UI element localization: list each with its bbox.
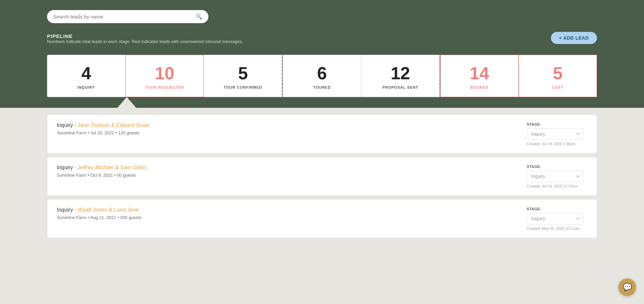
stage-number-booked: 14 [470, 64, 489, 82]
stage-number-toured: 6 [317, 64, 327, 82]
stage-label-lost: LOST [552, 85, 563, 89]
chat-button[interactable]: 💬 [618, 278, 636, 296]
lead-meta-lead-3: Sunshine Farm • Aug 21, 2021 • 200 guest… [57, 215, 513, 220]
stage-label-tour-requested: TOUR REQUESTED [145, 85, 184, 89]
stage-card-tour-requested[interactable]: 10TOUR REQUESTED [125, 55, 204, 97]
lead-title-lead-1[interactable]: Inquiry · Jane Tomson & Edward Snow [57, 122, 513, 128]
pipeline-title: PIPELINE [47, 33, 243, 39]
stage-created-lead-3: Created: May 05, 2020 10:11am [527, 226, 580, 230]
stage-created-lead-2: Created: Jul 14, 2020 12:27pm [527, 184, 577, 188]
stage-label-inquiry: INQUIRY [77, 85, 95, 89]
couple-name-lead-1[interactable]: Jane Tomson & Edward Snow [77, 122, 149, 128]
pipeline-cards: 4INQUIRY10TOUR REQUESTED5TOUR CONFIRMED6… [47, 55, 597, 97]
stage-card-toured[interactable]: 6TOURED [283, 55, 361, 97]
stage-select-lead-1[interactable]: InquiryTour RequestedTour ConfirmedToure… [527, 128, 584, 140]
lead-meta-lead-1: Sunshine Farm • Jul 10, 2021 • 120 guest… [57, 130, 513, 135]
stage-label-proposal-sent: PROPOSAL SENT [383, 85, 418, 89]
stage-card-proposal-sent[interactable]: 12PROPOSAL SENT [361, 55, 440, 97]
search-icon: 🔍 [196, 13, 202, 20]
lead-card-lead-3: Inquiry · Wyatt Jones & Luna JeneSunshin… [47, 199, 597, 238]
lead-card-lead-1: Inquiry · Jane Tomson & Edward SnowSunsh… [47, 115, 597, 154]
stage-label-toured: TOURED [313, 85, 331, 89]
arrow-container [47, 97, 597, 108]
stage-card-tour-confirmed[interactable]: 5TOUR CONFIRMED [204, 55, 282, 97]
stage-label-tour-confirmed: TOUR CONFIRMED [224, 85, 263, 89]
stage-label-text-lead-2: STAGE: [527, 165, 541, 169]
stage-label-text-lead-3: STAGE: [527, 207, 541, 211]
stage-card-booked[interactable]: 14BOOKED [440, 55, 519, 97]
search-bar[interactable]: 🔍 [47, 10, 208, 23]
stage-arrow-indicator [117, 97, 136, 108]
stage-select-lead-3[interactable]: InquiryTour RequestedTour ConfirmedToure… [527, 213, 584, 224]
lead-stage-section-lead-2: STAGE:InquiryTour RequestedTour Confirme… [527, 165, 587, 188]
couple-name-lead-2[interactable]: Jeffrey Michael & Sam Gibbs [77, 165, 147, 170]
stage-card-lost[interactable]: 5LOST [519, 55, 597, 97]
search-input[interactable] [53, 14, 193, 19]
lead-main-lead-3: Inquiry · Wyatt Jones & Luna JeneSunshin… [57, 207, 513, 220]
leads-section: Inquiry · Jane Tomson & Edward SnowSunsh… [0, 108, 644, 248]
pipeline-header: PIPELINE Numbers indicate total leads in… [47, 33, 597, 52]
stage-number-inquiry: 4 [81, 64, 91, 82]
stage-created-lead-1: Created: Jul 29, 2020 2:48pm [527, 142, 575, 146]
lead-main-lead-2: Inquiry · Jeffrey Michael & Sam GibbsSun… [57, 165, 513, 178]
lead-title-lead-3[interactable]: Inquiry · Wyatt Jones & Luna Jene [57, 207, 513, 213]
add-lead-button[interactable]: + ADD LEAD [551, 32, 597, 44]
lead-stage-section-lead-3: STAGE:InquiryTour RequestedTour Confirme… [527, 207, 587, 230]
lead-main-lead-1: Inquiry · Jane Tomson & Edward SnowSunsh… [57, 122, 513, 135]
lead-stage-section-lead-1: STAGE:InquiryTour RequestedTour Confirme… [527, 122, 587, 146]
stage-number-proposal-sent: 12 [391, 64, 410, 82]
stage-card-inquiry[interactable]: 4INQUIRY [47, 55, 125, 97]
stage-number-lost: 5 [553, 64, 563, 82]
lead-meta-lead-2: Sunshine Farm • Oct 9, 2021 • 50 guests [57, 173, 513, 178]
lead-title-lead-2[interactable]: Inquiry · Jeffrey Michael & Sam Gibbs [57, 165, 513, 171]
stage-number-tour-requested: 10 [155, 64, 174, 82]
pipeline-subtitle: Numbers indicate total leads in each sta… [47, 39, 243, 44]
stage-number-tour-confirmed: 5 [238, 64, 248, 82]
lead-card-lead-2: Inquiry · Jeffrey Michael & Sam GibbsSun… [47, 157, 597, 196]
stage-select-lead-2[interactable]: InquiryTour RequestedTour ConfirmedToure… [527, 171, 584, 182]
stage-label-booked: BOOKED [470, 85, 488, 89]
couple-name-lead-3[interactable]: Wyatt Jones & Luna Jene [77, 207, 138, 213]
stage-label-text-lead-1: STAGE: [527, 122, 541, 126]
